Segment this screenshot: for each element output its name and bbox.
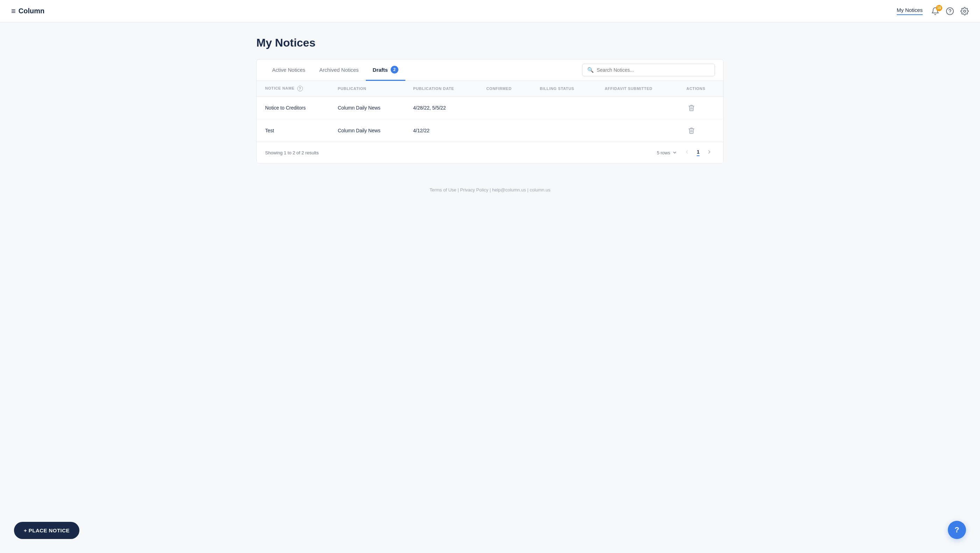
- footer-site-link[interactable]: column.us: [530, 187, 550, 193]
- notice-name-help-icon[interactable]: ?: [297, 86, 303, 91]
- tabs: Active Notices Archived Notices Drafts 2: [265, 59, 406, 81]
- my-notices-nav-link[interactable]: My Notices: [897, 7, 923, 15]
- help-button[interactable]: [946, 7, 954, 15]
- main-content: My Notices Active Notices Archived Notic…: [245, 22, 735, 177]
- drafts-badge: 2: [391, 66, 398, 73]
- footer-email-link[interactable]: help@column.us: [492, 187, 526, 193]
- footer: Terms of Use | Privacy Policy | help@col…: [0, 177, 980, 209]
- col-affidavit-submitted: AFFIDAVIT SUBMITTED: [596, 81, 678, 97]
- cell-confirmed: [478, 97, 531, 120]
- footer-terms-link[interactable]: Terms of Use: [430, 187, 457, 193]
- tabs-row: Active Notices Archived Notices Drafts 2…: [257, 59, 723, 81]
- search-input[interactable]: [597, 67, 710, 73]
- notification-badge: 10: [936, 5, 942, 11]
- notification-button[interactable]: 10: [931, 7, 939, 15]
- col-billing-status: BILLING STATUS: [531, 81, 596, 97]
- settings-button[interactable]: [961, 7, 969, 15]
- trash-icon: [688, 104, 695, 111]
- header-icons: 10: [931, 7, 969, 15]
- next-page-button[interactable]: [704, 148, 715, 158]
- results-text: Showing 1 to 2 of 2 results: [265, 150, 319, 155]
- notices-card: Active Notices Archived Notices Drafts 2…: [256, 59, 724, 163]
- col-actions: ACTIONS: [678, 81, 723, 97]
- table-header: NOTICE NAME ? PUBLICATION PUBLICATION DA…: [257, 81, 723, 97]
- delete-row-1-button[interactable]: [687, 103, 696, 113]
- pagination: 5 rows 1: [657, 148, 715, 158]
- search-icon: 🔍: [587, 67, 594, 73]
- cell-publication: Column Daily News: [329, 120, 405, 142]
- cell-notice-name: Notice to Creditors: [257, 97, 329, 120]
- logo-icon: ≡: [11, 6, 16, 16]
- table-body: Notice to Creditors Column Daily News 4/…: [257, 97, 723, 142]
- cell-publication-date: 4/28/22, 5/5/22: [405, 97, 478, 120]
- trash-icon: [688, 127, 695, 134]
- cell-notice-name: Test: [257, 120, 329, 142]
- chevron-right-icon: [706, 149, 712, 155]
- cell-billing-status: [531, 120, 596, 142]
- table-footer: Showing 1 to 2 of 2 results 5 rows 1: [257, 142, 723, 163]
- col-notice-name: NOTICE NAME ?: [257, 81, 329, 97]
- rows-per-page[interactable]: 5 rows: [657, 150, 677, 155]
- cell-affidavit-submitted: [596, 97, 678, 120]
- tab-archived-notices[interactable]: Archived Notices: [312, 59, 366, 81]
- header-right: My Notices 10: [897, 7, 969, 15]
- logo: ≡ Column: [11, 6, 45, 16]
- logo-text: Column: [19, 7, 45, 15]
- tab-active-notices[interactable]: Active Notices: [265, 59, 312, 81]
- table-row: Test Column Daily News 4/12/22: [257, 120, 723, 142]
- col-publication-date: PUBLICATION DATE: [405, 81, 478, 97]
- page-title: My Notices: [256, 37, 724, 49]
- delete-row-2-button[interactable]: [687, 126, 696, 135]
- header: ≡ Column My Notices 10: [0, 0, 980, 22]
- chevron-down-icon: [672, 150, 677, 155]
- cell-confirmed: [478, 120, 531, 142]
- current-page: 1: [697, 149, 700, 156]
- cell-affidavit-submitted: [596, 120, 678, 142]
- place-notice-button[interactable]: + PLACE NOTICE: [14, 522, 80, 539]
- search-box: 🔍: [582, 64, 715, 76]
- cell-actions: [678, 120, 723, 142]
- col-publication: PUBLICATION: [329, 81, 405, 97]
- notices-table: NOTICE NAME ? PUBLICATION PUBLICATION DA…: [257, 81, 723, 142]
- help-fab-button[interactable]: ?: [948, 521, 966, 539]
- prev-page-button[interactable]: [681, 148, 692, 158]
- table-row: Notice to Creditors Column Daily News 4/…: [257, 97, 723, 120]
- cell-billing-status: [531, 97, 596, 120]
- cell-publication-date: 4/12/22: [405, 120, 478, 142]
- tab-drafts[interactable]: Drafts 2: [366, 59, 406, 81]
- footer-privacy-link[interactable]: Privacy Policy: [460, 187, 488, 193]
- cell-publication: Column Daily News: [329, 97, 405, 120]
- col-confirmed: CONFIRMED: [478, 81, 531, 97]
- cell-actions: [678, 97, 723, 120]
- chevron-left-icon: [684, 149, 690, 155]
- svg-point-2: [964, 10, 966, 12]
